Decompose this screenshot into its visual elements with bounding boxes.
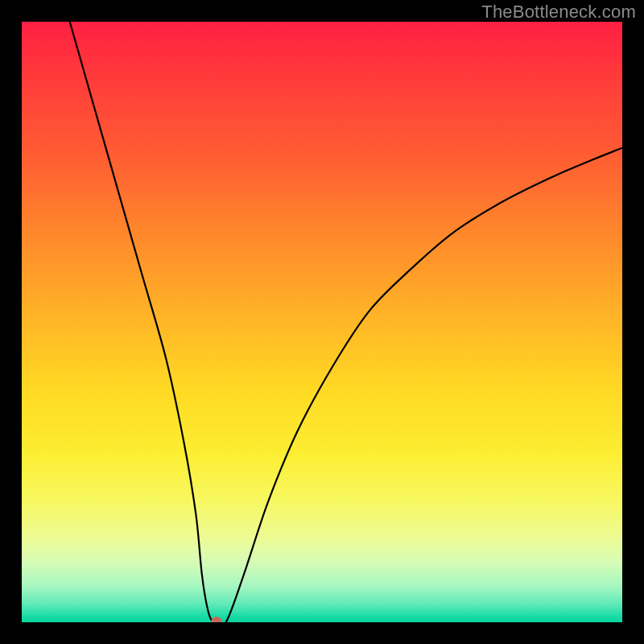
chart-frame: TheBottleneck.com bbox=[0, 0, 644, 644]
bottleneck-curve bbox=[22, 22, 622, 622]
plot-area bbox=[22, 22, 622, 622]
curve-minimum-marker bbox=[211, 617, 222, 622]
watermark-text: TheBottleneck.com bbox=[481, 2, 636, 23]
